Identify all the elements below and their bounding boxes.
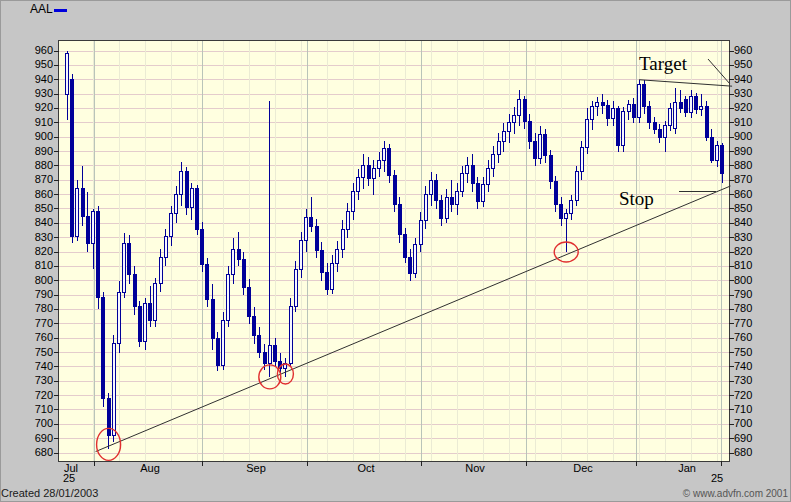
candle-body-up bbox=[586, 120, 589, 147]
y-axis-label-left: 790 bbox=[23, 288, 53, 300]
candle-body-down bbox=[102, 298, 105, 399]
y-axis-label-right: 850 bbox=[734, 202, 764, 214]
candle-body-down bbox=[648, 107, 651, 123]
candle-body-down bbox=[705, 107, 708, 137]
support-trendline bbox=[96, 186, 731, 452]
candle-body-down bbox=[315, 226, 318, 250]
candle-body-down bbox=[606, 106, 609, 119]
candle-body-down bbox=[528, 121, 531, 141]
y-axis-label-left: 930 bbox=[23, 87, 53, 99]
candle-body-down bbox=[133, 275, 136, 307]
candle-body-down bbox=[450, 197, 453, 204]
candle-body-up bbox=[112, 344, 115, 436]
candle-body-up bbox=[159, 258, 162, 284]
y-axis-label-right: 940 bbox=[734, 73, 764, 85]
candle-body-up bbox=[513, 116, 516, 123]
candle-body-up bbox=[144, 304, 147, 341]
y-axis-label-right: 860 bbox=[734, 188, 764, 200]
candle-body-up bbox=[232, 249, 235, 275]
candle-body-up bbox=[716, 146, 719, 160]
candle-body-down bbox=[310, 218, 313, 227]
y-axis-label-right: 710 bbox=[734, 403, 764, 415]
candle-body-down bbox=[237, 249, 240, 259]
candle-body-up bbox=[424, 195, 427, 221]
price-chart-area: Target Stop bbox=[58, 40, 730, 462]
candle-body-up bbox=[118, 292, 121, 344]
y-axis-label-right: 740 bbox=[734, 360, 764, 372]
x-axis-month-label: Dec bbox=[563, 462, 603, 474]
candle-body-up bbox=[638, 84, 641, 117]
candle-body-up bbox=[596, 103, 599, 107]
candle-body-up bbox=[300, 241, 303, 270]
candle-body-up bbox=[622, 111, 625, 145]
candle-body-up bbox=[123, 243, 126, 292]
y-axis-label-left: 890 bbox=[23, 145, 53, 157]
candle-body-up bbox=[445, 197, 448, 219]
y-axis-label-right: 720 bbox=[734, 389, 764, 401]
candle-body-up bbox=[482, 185, 485, 202]
candle-body-up bbox=[289, 307, 292, 364]
y-axis-label-right: 840 bbox=[734, 216, 764, 228]
candle-body-down bbox=[149, 304, 152, 321]
y-axis-label-right: 730 bbox=[734, 374, 764, 386]
y-axis-label-right: 820 bbox=[734, 245, 764, 257]
candle-body-up bbox=[669, 108, 672, 125]
candle-body-up bbox=[331, 263, 334, 289]
candle-body-up bbox=[674, 103, 677, 129]
candle-body-down bbox=[679, 103, 682, 109]
candle-body-up bbox=[419, 220, 422, 244]
candle-body-down bbox=[274, 345, 277, 361]
candle-body-down bbox=[253, 317, 256, 336]
candle-body-down bbox=[471, 166, 474, 183]
candle-body-up bbox=[518, 100, 521, 116]
candle-body-up bbox=[154, 284, 157, 321]
x-axis-month-label: Sep bbox=[236, 462, 276, 474]
candle-body-down bbox=[560, 205, 563, 219]
candle-body-up bbox=[466, 166, 469, 173]
y-axis-label-left: 900 bbox=[23, 130, 53, 142]
candle-body-down bbox=[258, 335, 261, 352]
advfn-chart-window: AAL Target Stop 960960950950940940930930… bbox=[0, 0, 791, 502]
candle-body-up bbox=[383, 149, 386, 160]
candle-body-down bbox=[97, 212, 100, 298]
y-axis-label-left: 730 bbox=[23, 374, 53, 386]
y-axis-label-right: 880 bbox=[734, 159, 764, 171]
candle-body-up bbox=[570, 200, 573, 213]
candle-body-up bbox=[378, 160, 381, 169]
candle-body-down bbox=[695, 97, 698, 110]
x-axis-month-label: Aug bbox=[130, 462, 170, 474]
candle-body-up bbox=[627, 104, 630, 111]
symbol-label: AAL bbox=[30, 2, 53, 16]
target-resistance-line bbox=[639, 80, 732, 86]
candle-body-up bbox=[92, 212, 95, 244]
y-axis-label-left: 910 bbox=[23, 116, 53, 128]
y-axis-label-right: 900 bbox=[734, 130, 764, 142]
y-axis-label-left: 870 bbox=[23, 173, 53, 185]
candle-body-down bbox=[326, 272, 329, 289]
candle-body-up bbox=[539, 134, 542, 158]
candle-body-up bbox=[222, 321, 225, 366]
candle-body-down bbox=[658, 130, 661, 137]
candle-body-down bbox=[544, 134, 547, 156]
candle-body-up bbox=[372, 169, 375, 179]
candle-body-down bbox=[86, 216, 89, 243]
y-axis-label-right: 950 bbox=[734, 58, 764, 70]
y-axis-label-left: 960 bbox=[23, 44, 53, 56]
y-axis-label-left: 950 bbox=[23, 58, 53, 70]
y-axis-label-right: 760 bbox=[734, 331, 764, 343]
candle-body-up bbox=[175, 195, 178, 214]
candle-body-up bbox=[456, 192, 459, 205]
y-axis-label-right: 750 bbox=[734, 346, 764, 358]
candle-body-down bbox=[476, 183, 479, 202]
candle-body-down bbox=[393, 176, 396, 205]
candle-body-down bbox=[601, 103, 604, 106]
y-axis-label-right: 810 bbox=[734, 259, 764, 271]
candle-body-down bbox=[632, 104, 635, 117]
candle-body-down bbox=[549, 156, 552, 182]
candle-body-up bbox=[164, 236, 167, 258]
candle-body-down bbox=[684, 100, 687, 113]
y-axis-label-left: 860 bbox=[23, 188, 53, 200]
candle-body-up bbox=[294, 269, 297, 306]
y-axis-label-left: 850 bbox=[23, 202, 53, 214]
candle-body-up bbox=[268, 345, 271, 364]
